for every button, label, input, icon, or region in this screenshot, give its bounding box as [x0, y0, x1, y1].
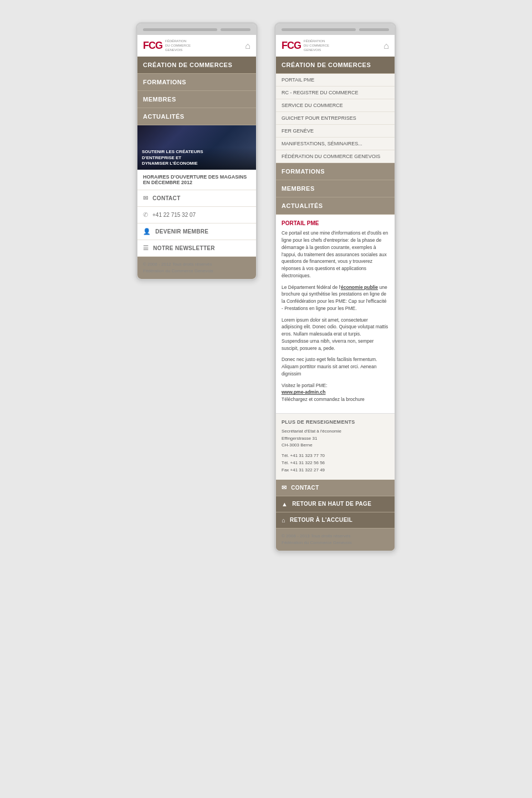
right-subnav-guichet[interactable]: GUICHET POUR ENTREPRISES	[276, 112, 395, 125]
right-portail-title: PORTAIL PME	[282, 220, 389, 226]
left-news-item: HORAIRES D'OUVERTURE DES MAGASINS EN DÉC…	[137, 170, 256, 190]
newsletter-icon: ☰	[143, 245, 149, 252]
right-logo-area: FCG FÉDÉRATION DU COMMERCE GENEVOIS	[282, 39, 329, 52]
right-home-icon[interactable]: ⌂	[383, 41, 389, 51]
left-logo-bar: FCG FÉDÉRATION DU COMMERCE GENEVOIS ⌂	[137, 35, 256, 57]
right-copyright: © 2006 - 2013 Tous droits réservés Fédér…	[276, 528, 395, 551]
right-info-box: PLUS DE RENSEIGNEMENTS Secrétariat d'Eta…	[276, 413, 395, 480]
right-info-tel: Tél. +41 31 323 77 70 Tél. +41 31 322 56…	[282, 453, 389, 474]
left-home-icon[interactable]: ⌂	[245, 41, 250, 51]
right-visit-label: Visitez le portail PME: www.pme-admin.ch…	[282, 382, 389, 403]
left-phone: FCG FÉDÉRATION DU COMMERCE GENEVOIS ⌂ CR…	[136, 22, 258, 281]
right-subnav-fer[interactable]: FER GENÈVE	[276, 125, 395, 138]
person-icon: 👤	[143, 228, 151, 235]
right-economy-link[interactable]: économie publie	[341, 284, 378, 290]
top-bar-pill-1	[143, 28, 217, 31]
left-logo-fcg: FCG	[143, 40, 162, 52]
right-phone-top-bar	[276, 24, 395, 35]
right-logo-fcg: FCG	[282, 40, 301, 52]
right-nav-formations[interactable]: FORMATIONS	[276, 163, 395, 180]
phone-icon: ✆	[143, 211, 148, 218]
right-phone: FCG FÉDÉRATION DU COMMERCE GENEVOIS ⌂ CR…	[274, 22, 396, 552]
right-nav-membres[interactable]: MEMBRES	[276, 180, 395, 197]
right-phone-content: FCG FÉDÉRATION DU COMMERCE GENEVOIS ⌂ CR…	[276, 35, 395, 551]
right-home-footer-icon: ⌂	[282, 517, 285, 523]
right-info-title: PLUS DE RENSEIGNEMENTS	[282, 419, 389, 425]
left-hero-image: SOUTENIR LES CRÉATEURS D'ENTREPRISE ET D…	[137, 125, 256, 170]
right-bottom-footer: ✉ CONTACT ▲ RETOUR EN HAUT DE PAGE ⌂ RET…	[276, 480, 395, 551]
right-para1: Ce portail est une mine d'informations e…	[282, 230, 389, 279]
left-footer-contact[interactable]: ✉ CONTACT	[137, 190, 256, 207]
right-logo-text: FÉDÉRATION DU COMMERCE GENEVOIS	[304, 39, 329, 52]
right-subnav-rc[interactable]: RC - REGISTRE DU COMMERCE	[276, 87, 395, 99]
left-copyright: © 2006 - 2012 Tous droits réservés Fédér…	[137, 257, 256, 279]
right-info-address: Secrétariat d'Etat à l'économie Effinger…	[282, 428, 389, 449]
left-phone-content: FCG FÉDÉRATION DU COMMERCE GENEVOIS ⌂ CR…	[137, 35, 256, 279]
right-para4: Donec nec justo eget felis facilisis fer…	[282, 356, 389, 377]
right-top-bar-pill-2	[359, 28, 389, 31]
right-footer-top[interactable]: ▲ RETOUR EN HAUT DE PAGE	[276, 496, 395, 512]
right-para3: Lorem ipsum dolor sit amet, consectetuer…	[282, 317, 389, 352]
left-logo-text: FÉDÉRATION DU COMMERCE GENEVOIS	[165, 39, 191, 52]
left-nav-formations[interactable]: FORMATIONS	[137, 74, 256, 91]
left-hero-text: SOUTENIR LES CRÉATEURS D'ENTREPRISE ET D…	[142, 149, 203, 166]
right-top-bar-pill-1	[282, 28, 356, 31]
right-footer-contact[interactable]: ✉ CONTACT	[276, 480, 395, 496]
right-logo-bar: FCG FÉDÉRATION DU COMMERCE GENEVOIS ⌂	[276, 35, 395, 57]
right-para2: Le Département fédéral de l'économie pub…	[282, 284, 389, 312]
top-bar-pill-2	[221, 28, 250, 31]
left-nav-actualites[interactable]: ACTUALITÉS	[137, 108, 256, 125]
right-nav-creation[interactable]: CRÉATION DE COMMERCES	[276, 57, 395, 74]
page-wrapper: FCG FÉDÉRATION DU COMMERCE GENEVOIS ⌂ CR…	[136, 22, 396, 552]
left-logo-area: FCG FÉDÉRATION DU COMMERCE GENEVOIS	[143, 39, 191, 52]
right-nav-actualites[interactable]: ACTUALITÉS	[276, 197, 395, 215]
left-nav-creation[interactable]: CRÉATION DE COMMERCES	[137, 57, 256, 74]
left-phone-top-bar	[137, 24, 256, 35]
right-up-icon: ▲	[282, 501, 288, 507]
left-footer-phone[interactable]: ✆ +41 22 715 32 07	[137, 207, 256, 223]
right-content-area: PORTAIL PME Ce portail est une mine d'in…	[276, 215, 395, 413]
right-footer-home[interactable]: ⌂ RETOUR À L'ACCUEIL	[276, 512, 395, 528]
left-footer-newsletter[interactable]: ☰ NOTRE NEWSLETTER	[137, 240, 256, 257]
right-subnav-service[interactable]: SERVICE DU COMMERCE	[276, 99, 395, 112]
left-nav-membres[interactable]: MEMBRES	[137, 91, 256, 108]
envelope-icon: ✉	[143, 195, 148, 202]
right-pme-link[interactable]: www.pme-admin.ch	[282, 389, 326, 395]
right-subnav-manifestations[interactable]: MANIFESTATIONS, SÉMINAIRES...	[276, 138, 395, 150]
left-footer-membre[interactable]: 👤 DEVENIR MEMBRE	[137, 223, 256, 240]
right-subnav-portail[interactable]: PORTAIL PME	[276, 74, 395, 87]
right-envelope-icon: ✉	[282, 484, 287, 491]
right-subnav-federation[interactable]: FÉDÉRATION DU COMMERCE GENEVOIS	[276, 150, 395, 163]
